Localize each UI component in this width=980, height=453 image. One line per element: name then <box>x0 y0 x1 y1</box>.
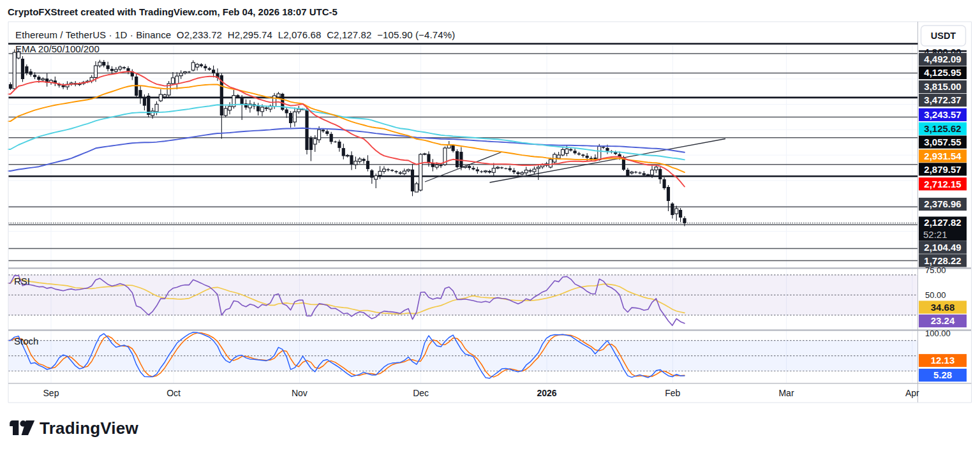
svg-text:2,712.15: 2,712.15 <box>924 179 961 189</box>
svg-text:Stoch: Stoch <box>14 336 38 346</box>
svg-text:3,243.57: 3,243.57 <box>924 109 961 120</box>
svg-text:50.00: 50.00 <box>925 290 946 300</box>
svg-text:Sep: Sep <box>43 388 59 398</box>
svg-text:2026: 2026 <box>537 388 556 398</box>
svg-text:CryptoFXStreet created with Tr: CryptoFXStreet created with TradingView.… <box>8 6 338 17</box>
svg-text:EMA 20/50/100/200: EMA 20/50/100/200 <box>15 43 100 54</box>
svg-text:12.13: 12.13 <box>931 355 955 366</box>
svg-text:Nov: Nov <box>292 388 308 398</box>
svg-text:23.24: 23.24 <box>931 315 955 326</box>
svg-text:Mar: Mar <box>778 388 794 398</box>
svg-text:Apr: Apr <box>905 388 919 398</box>
svg-text:4,492.09: 4,492.09 <box>924 54 961 64</box>
svg-text:2,879.57: 2,879.57 <box>924 164 961 175</box>
svg-text:Feb: Feb <box>665 388 680 398</box>
svg-text:5.28: 5.28 <box>933 369 952 380</box>
svg-text:100.00: 100.00 <box>925 329 951 338</box>
svg-text:4,125.95: 4,125.95 <box>924 67 961 78</box>
svg-text:Ethereum / TetherUS · 1D · Bin: Ethereum / TetherUS · 1D · Binance O2,23… <box>15 29 455 40</box>
svg-text:1,728.22: 1,728.22 <box>924 255 961 266</box>
svg-text:3,125.62: 3,125.62 <box>924 123 961 134</box>
svg-text:75.00: 75.00 <box>925 265 946 275</box>
svg-text:2,104.49: 2,104.49 <box>924 242 961 253</box>
svg-text:RSI: RSI <box>14 276 30 286</box>
svg-text:USDT: USDT <box>931 31 956 41</box>
svg-text:Oct: Oct <box>167 388 181 398</box>
svg-text:TradingView: TradingView <box>40 419 138 438</box>
svg-text:2,376.96: 2,376.96 <box>924 198 961 209</box>
svg-text:3,057.55: 3,057.55 <box>924 137 961 147</box>
svg-text:2,931.54: 2,931.54 <box>924 151 961 161</box>
svg-text:3,815.00: 3,815.00 <box>924 81 961 92</box>
svg-text:52:21: 52:21 <box>923 229 947 240</box>
svg-text:Dec: Dec <box>413 388 429 398</box>
svg-text:2,127.82: 2,127.82 <box>924 217 961 228</box>
svg-text:34.68: 34.68 <box>931 302 955 313</box>
svg-text:3,472.37: 3,472.37 <box>924 94 961 105</box>
